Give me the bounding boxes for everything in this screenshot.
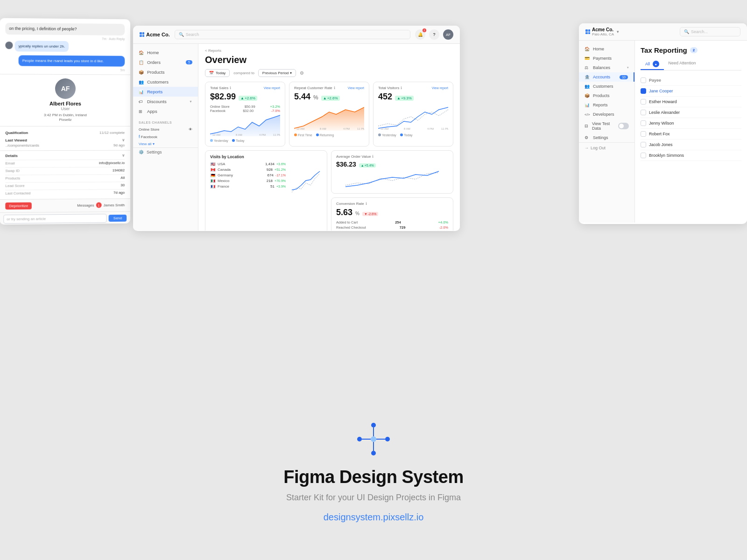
breadcrumb[interactable]: < Reports — [205, 49, 453, 53]
sidebar-item-reports[interactable]: 📊 Reports — [133, 87, 198, 97]
payee-checkbox-brooklyn[interactable] — [641, 153, 646, 158]
chevron-down-icon[interactable]: ∨ — [122, 138, 125, 142]
tax-badge: 2 — [690, 47, 698, 53]
payee-checkbox-leslie[interactable] — [641, 110, 646, 115]
chevron-down-icon[interactable]: ▾ — [617, 29, 619, 34]
svg-text:8 AM: 8 AM — [404, 127, 410, 130]
sidebar-home-label: Home — [147, 50, 159, 55]
germany-name: Germany — [218, 173, 265, 177]
sales-chart: 12 AM 8 AM 4 PM 11 PM — [210, 113, 280, 136]
sidebar-orders-label: Orders — [147, 60, 161, 65]
hero-link[interactable]: designsystem.pixsellz.io — [324, 512, 424, 522]
notification-icon[interactable]: 🔔 2 — [415, 29, 425, 40]
sidebar2-item-products[interactable]: 📦 Products — [579, 91, 634, 100]
sidebar-view-all[interactable]: View all ▾ — [139, 140, 192, 147]
company-logo: Acme Co. — [140, 32, 170, 37]
payee-esther-howard[interactable]: Esther Howard — [641, 97, 741, 107]
legend-today: Today — [232, 139, 245, 142]
date-bar: 📅 Today compared to Previous Period ▾ ⚙ — [205, 69, 453, 77]
payee-esther-name: Esther Howard — [649, 99, 677, 104]
payee-checkbox-jane[interactable] — [641, 88, 646, 94]
tab-need-attention[interactable]: Need Attention — [664, 59, 701, 70]
payee-leslie-alexander[interactable]: Leslie Alexander — [641, 107, 741, 118]
payee-jane-name: Jane Cooper — [649, 89, 673, 93]
payee-checkbox-jacob[interactable] — [641, 142, 646, 147]
visitors-chart: 12 AM 8 AM 4 PM 11 PM — [378, 103, 448, 131]
sidebar2-item-payments[interactable]: 💳 Payments — [579, 54, 634, 63]
bottom-row: Visits by Location 🇺🇸 USA 1,434 +3.6% 🇨🇦 — [205, 150, 453, 231]
legend-returning: Returning — [316, 133, 334, 137]
company-name: Acme Co. — [146, 32, 170, 37]
panel3-search[interactable]: 🔍 Search... — [680, 27, 740, 36]
payee-robert-fox[interactable]: Robert Fox — [641, 129, 741, 140]
sidebar-item-orders[interactable]: 📋 Orders 5 — [133, 57, 198, 67]
view-report-link-3[interactable]: View report — [432, 86, 448, 90]
info-icon: ℹ — [230, 86, 231, 90]
tax-main: Tax Reporting 2 All ● Need Attention Pay… — [635, 41, 747, 223]
calendar-icon: 📅 — [209, 71, 214, 75]
sidebar-item-home[interactable]: 🏠 Home — [133, 48, 198, 57]
sidebar2-item-home[interactable]: 🏠 Home — [579, 44, 634, 54]
sidebar-item-products[interactable]: 📦 Products — [133, 67, 198, 77]
james-smith-tab[interactable]: James Smith — [103, 203, 125, 207]
germany-pct: -17.1% — [275, 174, 286, 177]
svg-text:12 AM: 12 AM — [381, 127, 388, 130]
search-box[interactable]: 🔍 Search — [175, 30, 410, 39]
payee-brooklyn-simmons[interactable]: Brooklyn Simmons — [641, 150, 741, 161]
canada-flag: 🇨🇦 — [210, 168, 216, 172]
payee-checkbox-jenny[interactable] — [641, 120, 646, 126]
percent-unit: % — [313, 94, 318, 101]
sidebar2-item-reports[interactable]: 📊 Reports — [579, 100, 634, 110]
payee-checkbox-robert[interactable] — [641, 131, 646, 137]
balances-icon: ⚖ — [585, 65, 590, 70]
funnel-row-cart: Added to Cart 254 +4.0% — [336, 220, 448, 224]
sidebar2-item-settings[interactable]: ⚙ Settings — [579, 133, 634, 142]
svg-point-12 — [371, 423, 376, 427]
panel3-company-name: Acme Co. — [592, 27, 614, 32]
chat-message-2: ypically replies un under 2h. — [15, 41, 69, 52]
deprioritize-button[interactable]: Deprioritize — [5, 203, 32, 210]
view-report-link[interactable]: View report — [264, 86, 280, 90]
total-visitors-change: ▲ +9.3% — [395, 96, 414, 101]
sidebar2-item-developers[interactable]: </> Developers — [579, 110, 634, 119]
send-button[interactable]: Send — [109, 215, 127, 222]
sidebar-item-online-store[interactable]: Online Store 👁 — [139, 126, 192, 133]
payee-jacob-jones[interactable]: Jacob Jones — [641, 140, 741, 150]
mexico-flag: 🇲🇽 — [210, 179, 216, 183]
online-store-value: $50.99 — [245, 105, 255, 109]
test-data-toggle[interactable] — [618, 123, 629, 129]
today-button[interactable]: 📅 Today — [205, 69, 230, 77]
payee-jane-cooper[interactable]: Jane Cooper — [641, 86, 741, 97]
period-select[interactable]: Previous Period ▾ — [258, 69, 296, 77]
payee-jacob-name: Jacob Jones — [649, 142, 673, 147]
settings-icon[interactable]: ⚙ — [300, 70, 304, 76]
chat-input[interactable]: or try sending an article — [3, 214, 107, 224]
sidebar2-item-view-test-data[interactable]: ⊟ View Test Data — [579, 119, 634, 133]
conversion-rate-value: 5.63 — [336, 208, 352, 217]
payee-header-checkbox[interactable] — [641, 77, 646, 83]
mexico-value: 218 — [267, 179, 273, 183]
view-report-link-2[interactable]: View report — [348, 86, 364, 90]
sidebar-item-facebook[interactable]: f Facebook — [139, 133, 192, 140]
tab-all[interactable]: All ● — [641, 59, 664, 70]
sidebar-item-discounts[interactable]: 🏷 Discounts ▼ — [133, 97, 198, 106]
avatar-icon[interactable]: AF — [443, 29, 453, 40]
avatar: AF — [55, 78, 76, 99]
sidebar2-item-balances[interactable]: ⚖ Balances ▾ — [579, 63, 634, 72]
sidebar-item-apps[interactable]: ⊞ Apps — [133, 106, 198, 116]
logout-button[interactable]: → Log Out — [585, 146, 629, 150]
legend-first-time: First Time — [294, 133, 312, 137]
payee-checkbox-esther[interactable] — [641, 99, 646, 105]
figma-logo-svg — [355, 420, 392, 458]
chevron-down-icon[interactable]: ∨ — [122, 154, 125, 158]
sidebar-settings[interactable]: ⚙️ Settings — [133, 147, 198, 156]
sidebar-item-customers[interactable]: 👥 Customers — [133, 77, 198, 87]
payee-jenny-wilson[interactable]: Jenny Wilson — [641, 118, 741, 129]
previous-period-label: Previous Period — [262, 71, 289, 75]
email-label: Email — [5, 161, 14, 165]
sidebar2-item-customers[interactable]: 👥 Customers — [579, 82, 634, 91]
chevron-icon: ▾ — [153, 142, 155, 146]
help-icon[interactable]: ? — [429, 29, 439, 40]
sidebar2-item-accounts[interactable]: 🏦 Accounts 10 — [579, 72, 634, 82]
messages-tab[interactable]: Messages — [77, 203, 94, 207]
